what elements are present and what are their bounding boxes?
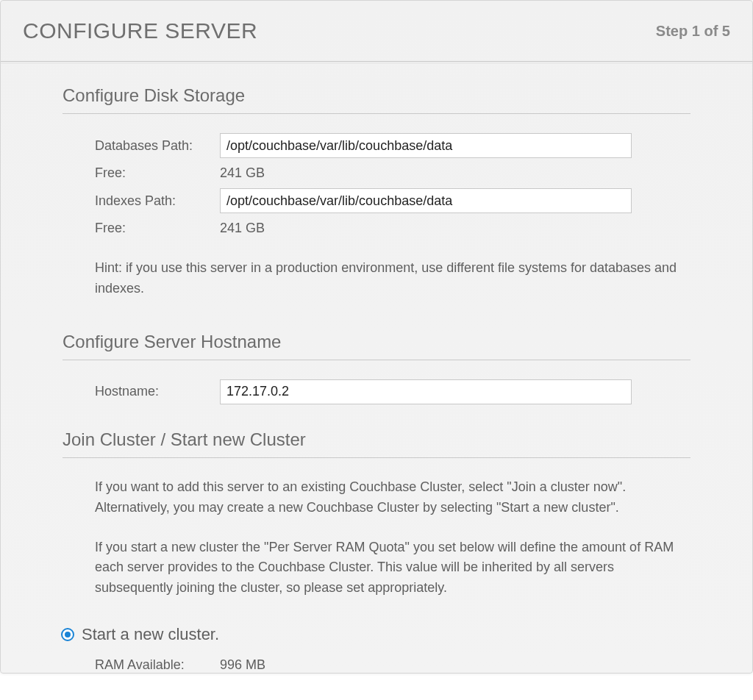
hostname-field-wrap [220, 379, 690, 404]
page-title: CONFIGURE SERVER [23, 18, 257, 43]
hostname-input[interactable] [220, 379, 632, 404]
disk-hint-text: Hint: if you use this server in a produc… [95, 258, 690, 299]
section-hostname: Configure Server Hostname Hostname: [63, 332, 690, 404]
indexes-path-field-wrap [220, 188, 690, 213]
section-cluster: Join Cluster / Start new Cluster If you … [63, 429, 690, 673]
databases-path-label: Databases Path: [95, 138, 220, 154]
databases-free-value: 241 GB [220, 165, 690, 181]
radio-icon [61, 628, 74, 641]
radio-start-label: Start a new cluster. [82, 625, 219, 644]
cluster-para-2: If you start a new cluster the "Per Serv… [95, 538, 690, 599]
indexes-free-label: Free: [95, 221, 220, 236]
dialog-body: Configure Disk Storage Databases Path: F… [1, 63, 752, 673]
section-title-disk: Configure Disk Storage [63, 85, 690, 114]
radio-dot-icon [65, 632, 71, 638]
databases-path-input[interactable] [220, 133, 632, 158]
ram-available-row: RAM Available: 996 MB [95, 657, 690, 673]
databases-path-field-wrap [220, 133, 690, 158]
section-disk-storage: Configure Disk Storage Databases Path: F… [63, 85, 690, 299]
hostname-form: Hostname: [95, 379, 690, 404]
cluster-para-1: If you want to add this server to an exi… [95, 477, 690, 518]
section-title-cluster: Join Cluster / Start new Cluster [63, 429, 690, 458]
configure-server-dialog: CONFIGURE SERVER Step 1 of 5 Configure D… [0, 0, 753, 674]
section-title-hostname: Configure Server Hostname [63, 332, 690, 360]
dialog-header: CONFIGURE SERVER Step 1 of 5 [1, 1, 752, 62]
indexes-free-value: 241 GB [220, 221, 690, 236]
disk-form: Databases Path: Free: 241 GB Indexes Pat… [95, 133, 690, 236]
step-indicator: Step 1 of 5 [656, 23, 730, 40]
ram-available-label: RAM Available: [95, 657, 220, 673]
databases-free-label: Free: [95, 165, 220, 181]
indexes-path-label: Indexes Path: [95, 193, 220, 209]
hostname-label: Hostname: [95, 384, 220, 399]
ram-available-value: 996 MB [220, 657, 690, 673]
indexes-path-input[interactable] [220, 188, 632, 213]
radio-start-new-cluster[interactable]: Start a new cluster. [61, 625, 690, 644]
